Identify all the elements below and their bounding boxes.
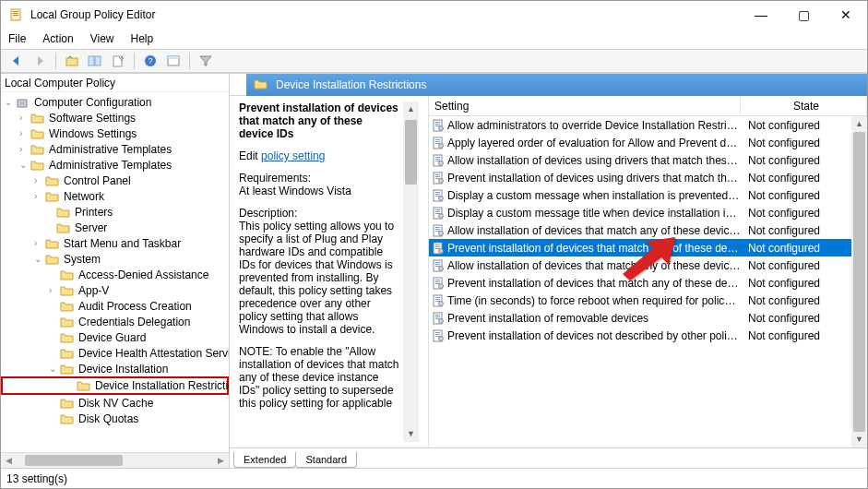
requirements-label: Requirements:	[239, 172, 311, 185]
menu-file[interactable]: File	[8, 32, 26, 45]
tree-item-computer-config[interactable]: ⌄Computer Configuration	[1, 94, 229, 110]
list-row[interactable]: Allow administrators to override Device …	[429, 116, 867, 134]
list-row[interactable]: Display a custom message when installati…	[429, 186, 867, 204]
folder-icon	[254, 78, 268, 93]
up-button[interactable]	[62, 51, 82, 71]
policy-setting-link[interactable]: policy setting	[261, 149, 325, 162]
content-header: Device Installation Restrictions	[230, 74, 867, 96]
maximize-button[interactable]: ▢	[782, 1, 825, 29]
tree-item-windows-settings[interactable]: ›Windows Settings	[1, 125, 229, 141]
description-note: NOTE: To enable the "Allow installation …	[239, 345, 398, 410]
list-row-state: Not configured	[741, 224, 820, 237]
list-row[interactable]: Display a custom message title when devi…	[429, 204, 867, 221]
list-row[interactable]: Prevent installation of devices that mat…	[429, 239, 867, 256]
tree-header[interactable]: Local Computer Policy	[1, 74, 229, 92]
list-row-state: Not configured	[741, 259, 820, 272]
list-row[interactable]: Prevent installation of devices using dr…	[429, 169, 867, 186]
tree-item-admin-templates-1[interactable]: ›Administrative Templates	[1, 141, 229, 157]
svg-rect-25	[435, 157, 440, 158]
tree-item-device-install-restrictions[interactable]: Device Installation Restrictions	[1, 376, 229, 395]
tab-extended[interactable]: Extended	[233, 452, 296, 468]
toolbar: ?	[1, 49, 867, 73]
tree-horizontal-scrollbar[interactable]: ◀ ▶	[1, 452, 229, 468]
tree-item-audit[interactable]: Audit Process Creation	[1, 298, 229, 314]
svg-rect-11	[168, 56, 179, 59]
tree-item-disk-nv[interactable]: Disk NV Cache	[1, 395, 229, 411]
tree-item-app-v[interactable]: ›App-V	[1, 282, 229, 298]
list-row-state: Not configured	[741, 189, 820, 202]
edit-label: Edit	[239, 149, 258, 162]
svg-point-38	[439, 196, 444, 200]
tree-item-access-denied[interactable]: Access-Denied Assistance	[1, 267, 229, 282]
forward-button[interactable]	[30, 51, 50, 71]
list-row[interactable]: Allow installation of devices that match…	[429, 256, 867, 274]
policy-icon	[429, 242, 447, 255]
svg-point-53	[439, 248, 444, 253]
svg-rect-60	[435, 280, 440, 280]
policy-icon	[429, 277, 447, 290]
column-setting[interactable]: Setting	[429, 96, 741, 115]
menu-action[interactable]: Action	[42, 32, 73, 45]
list-row[interactable]: Time (in seconds) to force reboot when r…	[429, 292, 867, 309]
tree-item-device-health[interactable]: Device Health Attestation Service	[1, 345, 229, 361]
tree-item-system[interactable]: ⌄System	[1, 251, 229, 267]
back-button[interactable]	[6, 51, 27, 71]
svg-rect-20	[435, 139, 440, 140]
svg-text:?: ?	[148, 56, 152, 66]
list-row-setting: Prevent installation of devices using dr…	[447, 172, 741, 185]
description-scrollbar[interactable]: ▲ ▼	[403, 101, 419, 442]
svg-rect-46	[435, 229, 440, 230]
help-button[interactable]: ?	[140, 51, 161, 71]
list-row[interactable]: Prevent installation of devices that mat…	[429, 274, 867, 292]
tree-item-disk-quotas[interactable]: Disk Quotas	[1, 411, 229, 426]
svg-rect-21	[435, 141, 440, 142]
tree-item-device-install[interactable]: ⌄Device Installation	[1, 361, 229, 376]
policy-icon	[429, 224, 447, 237]
svg-point-63	[439, 283, 444, 288]
tree-item-printers[interactable]: Printers	[1, 204, 229, 220]
list-row[interactable]: Apply layered order of evaluation for Al…	[429, 134, 867, 151]
tab-standard[interactable]: Standard	[295, 452, 357, 468]
svg-rect-26	[435, 159, 440, 160]
column-state[interactable]: State	[741, 96, 867, 115]
policy-icon	[429, 119, 447, 132]
svg-rect-2	[13, 13, 18, 14]
tree-item-credentials[interactable]: Credentials Delegation	[1, 314, 229, 329]
list-row-setting: Display a custom message when installati…	[447, 189, 741, 202]
properties-button[interactable]	[163, 51, 184, 71]
main-area: Local Computer Policy ⌄Computer Configur…	[1, 73, 867, 468]
description-pane: Prevent installation of devices that mat…	[230, 96, 429, 447]
tree-item-server[interactable]: Server	[1, 220, 229, 235]
menu-view[interactable]: View	[90, 32, 114, 45]
svg-rect-15	[435, 122, 440, 123]
settings-list-pane: Setting State Allow administrators to ov…	[429, 96, 867, 447]
tree-item-admin-templates-2[interactable]: ⌄Administrative Templates	[1, 157, 229, 173]
svg-rect-1	[13, 11, 18, 12]
export-button[interactable]	[108, 51, 128, 71]
svg-rect-65	[435, 297, 440, 298]
svg-rect-4	[66, 58, 77, 66]
list-row-setting: Apply layered order of evaluation for Al…	[447, 137, 741, 149]
show-hide-button[interactable]	[85, 51, 105, 71]
list-row-state: Not configured	[741, 277, 820, 290]
list-row[interactable]: Prevent installation of devices not desc…	[429, 327, 867, 344]
minimize-button[interactable]: —	[740, 1, 782, 29]
list-row[interactable]: Allow installation of devices using driv…	[429, 151, 867, 169]
tree-item-device-guard[interactable]: Device Guard	[1, 329, 229, 345]
list-row-state: Not configured	[741, 312, 820, 325]
close-button[interactable]: ✕	[825, 1, 867, 29]
svg-rect-3	[13, 15, 18, 16]
tree: ⌄Computer Configuration ›Software Settin…	[1, 92, 229, 428]
svg-point-73	[439, 318, 444, 323]
policy-icon	[429, 172, 447, 185]
tree-item-start-menu[interactable]: ›Start Menu and Taskbar	[1, 235, 229, 251]
tree-item-control-panel[interactable]: ›Control Panel	[1, 173, 229, 188]
list-row[interactable]: Prevent installation of removable device…	[429, 309, 867, 327]
list-scrollbar[interactable]: ▲ ▼	[851, 116, 867, 447]
tree-item-network[interactable]: ›Network	[1, 188, 229, 204]
filter-button[interactable]	[196, 51, 216, 71]
tree-pane: Local Computer Policy ⌄Computer Configur…	[1, 74, 230, 468]
tree-item-software[interactable]: ›Software Settings	[1, 110, 229, 125]
menu-help[interactable]: Help	[131, 32, 154, 45]
list-row[interactable]: Allow installation of devices that match…	[429, 221, 867, 239]
